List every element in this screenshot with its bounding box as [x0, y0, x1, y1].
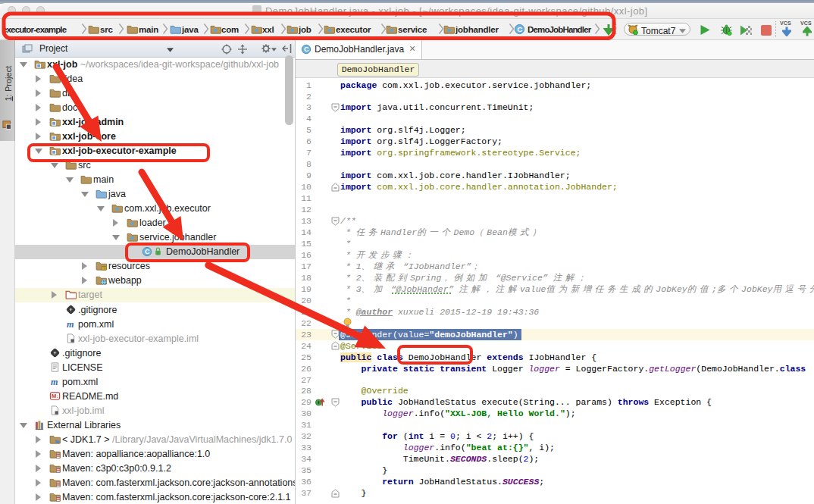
svg-text:C: C	[517, 25, 522, 33]
svg-text:C: C	[145, 248, 150, 255]
svg-text:C: C	[304, 45, 309, 53]
svg-text:M↓: M↓	[52, 393, 59, 399]
svg-text:m: m	[66, 319, 73, 330]
svg-text:m: m	[51, 377, 58, 387]
